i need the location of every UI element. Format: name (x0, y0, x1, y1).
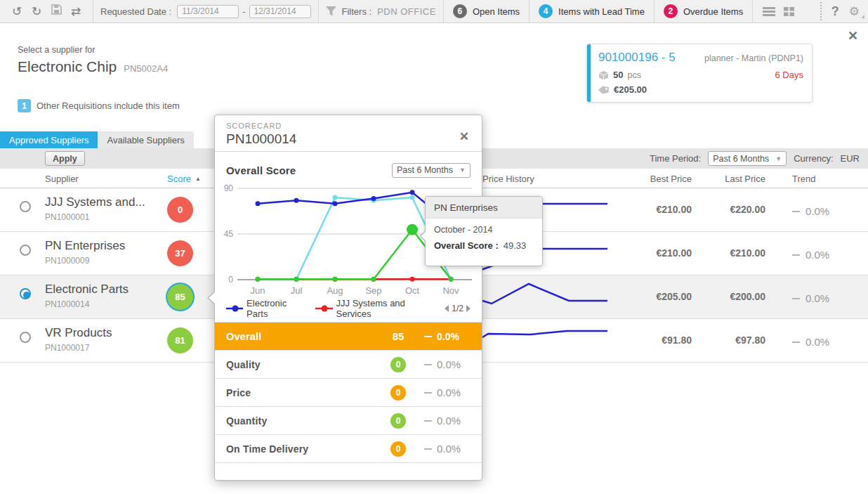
filters-value[interactable]: PDN OFFICE (377, 6, 436, 17)
redo-icon[interactable]: ↻ (27, 4, 46, 19)
metric-row-price: Price 0 0.0% (215, 378, 482, 406)
scorecard-label: SCORECARD (226, 122, 471, 130)
legend-label: Electronic Parts (246, 298, 305, 319)
dotted-divider (820, 2, 822, 20)
grid-view-icon[interactable] (784, 7, 794, 16)
lead-time-items-badge[interactable]: 4 Items with Lead Time (530, 0, 654, 23)
open-items-badge[interactable]: 6 Open Items (444, 0, 529, 23)
page-close-icon[interactable]: ✕ (848, 28, 858, 44)
trend-value: 0.0% (805, 249, 829, 261)
legend-next-icon[interactable] (466, 305, 471, 312)
trend-dash-icon (792, 298, 800, 299)
svg-text:Aug: Aug (327, 285, 343, 296)
date-to-input[interactable] (249, 5, 311, 18)
supplier-pn: PN1000009 (45, 256, 125, 266)
card-accent-bar (587, 44, 591, 102)
trend-value: 0.0% (805, 336, 829, 348)
scorecard-period-select[interactable]: Past 6 Months ▼ (392, 163, 471, 178)
price-value: €205.00 (614, 84, 647, 95)
currency-label: Currency: (794, 153, 833, 164)
legend-label: JJJ Systems and Services (336, 298, 435, 319)
last-price-value: €97.80 (699, 334, 765, 346)
overdue-items-label: Overdue Items (683, 6, 743, 17)
trend-dash-icon (792, 342, 800, 343)
metric-trend-value: 0.0% (437, 443, 461, 455)
metric-row-on-time-delivery: On Time Delivery 0 0.0% (215, 434, 482, 462)
tooltip-title: PN Enterprises (426, 197, 542, 219)
metric-label: Price (226, 387, 390, 398)
top-toolbar: ↺ ↻ ⇄ Requested Date : - Filters : PDN O… (0, 0, 868, 23)
requisition-note-label: Other Requisitions include this item (37, 100, 180, 111)
supplier-radio[interactable] (20, 332, 31, 343)
apply-button[interactable]: Apply (45, 151, 85, 166)
planner-label: planner - Martin (PDNP1) (704, 53, 803, 63)
date-from-input[interactable] (177, 5, 239, 18)
supplier-name: Electronic Parts (45, 282, 129, 297)
trend-dash-icon (424, 420, 432, 422)
requisition-card[interactable]: 901000196 - 5 planner - Martin (PDNP1) 5… (586, 44, 813, 103)
trend-dash-icon (792, 211, 800, 212)
requisition-count-badge: 1 (18, 99, 31, 112)
lead-time-value: 6 Days (775, 70, 803, 80)
chevron-down-icon: ▼ (775, 155, 782, 162)
tab-approved-suppliers[interactable]: Approved Suppliers (0, 131, 98, 148)
transfer-icon[interactable]: ⇄ (66, 4, 86, 19)
supplier-radio[interactable] (20, 245, 31, 256)
order-number-link[interactable]: 901000196 - 5 (598, 51, 676, 65)
date-range-separator: - (242, 6, 245, 17)
overdue-items-badge[interactable]: 2 Overdue Items (655, 0, 752, 23)
last-price-value: €210.00 (699, 247, 765, 259)
scorecard-period-value: Past 6 Months (397, 165, 453, 175)
time-period-label: Time Period: (650, 153, 701, 164)
score-badge-selected[interactable]: 85 (167, 284, 193, 310)
lead-time-items-label: Items with Lead Time (558, 6, 645, 17)
score-badge[interactable]: 81 (167, 327, 193, 353)
supplier-radio[interactable] (20, 201, 31, 212)
chart-tooltip: PN Enterprises October - 2014 Overall Sc… (425, 196, 543, 266)
price-tag-icon (598, 86, 610, 94)
last-price-value: €220.00 (699, 204, 765, 215)
score-badge[interactable]: 37 (167, 240, 193, 266)
metric-trend-value: 0.0% (437, 358, 461, 370)
trend-value: 0.0% (805, 205, 829, 217)
undo-icon[interactable]: ↺ (7, 4, 27, 19)
metric-row-quality: Quality 0 0.0% (215, 350, 482, 378)
metric-label: Quantity (226, 415, 390, 427)
metric-row-overall: Overall 85 0.0% (215, 322, 482, 350)
price-history-sparkline (481, 278, 632, 316)
lead-time-items-count: 4 (539, 4, 553, 18)
best-price-value: €205.00 (618, 291, 692, 302)
save-icon[interactable] (46, 4, 66, 18)
open-items-count: 6 (453, 4, 467, 18)
supplier-name: PN Enterprises (45, 239, 125, 253)
svg-text:Nov: Nov (442, 285, 459, 296)
time-period-select[interactable]: Past 6 Months ▼ (708, 151, 787, 166)
requisition-note[interactable]: 1 Other Requisitions include this item (18, 99, 180, 112)
scorecard-popup: SCORECARD PN1000014 ✕ Overall Score Past… (214, 115, 482, 481)
metric-score-badge: 0 (390, 385, 406, 401)
part-number: PN5002A4 (124, 63, 168, 74)
supplier-radio-selected[interactable] (20, 288, 31, 299)
trend-value: 0.0% (805, 292, 829, 304)
trend-dash-icon (424, 392, 432, 394)
list-view-icon[interactable] (763, 7, 775, 16)
quantity-unit: pcs (627, 70, 640, 80)
column-score-sort[interactable]: Score ▲ (167, 174, 201, 184)
supplier-name: JJJ Systems and... (45, 195, 145, 209)
legend-prev-icon[interactable] (445, 305, 449, 312)
metric-row-quantity: Quantity 0 0.0% (215, 406, 482, 434)
svg-text:90: 90 (224, 183, 234, 193)
settings-gear-icon[interactable]: ⚙ (849, 4, 860, 19)
trend-dash-icon (424, 336, 432, 337)
sort-asc-icon: ▲ (195, 176, 201, 182)
legend-item-jjj-systems: JJJ Systems and Services (315, 298, 435, 319)
scorecard-footer (215, 462, 482, 475)
column-last-price: Last Price (699, 174, 765, 184)
filters-label: Filters : (342, 6, 372, 17)
scorecard-close-icon[interactable]: ✕ (459, 129, 469, 144)
metric-trend-value: 0.0% (437, 331, 459, 342)
tab-available-suppliers[interactable]: Available Suppliers (98, 131, 193, 148)
requested-date-label: Requested Date : (100, 6, 171, 17)
score-badge[interactable]: 0 (167, 197, 193, 223)
help-icon[interactable]: ? (831, 4, 839, 19)
